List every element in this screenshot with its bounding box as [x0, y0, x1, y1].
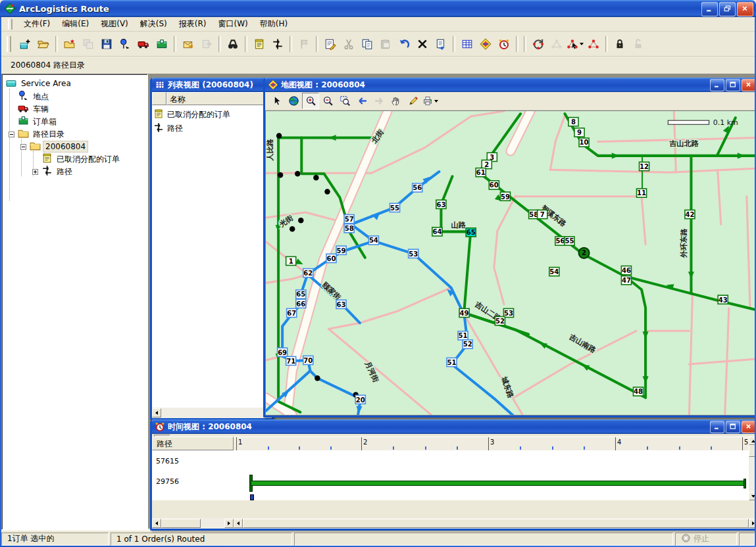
minimize-button[interactable] [701, 2, 718, 16]
tree-item-route-folder[interactable]: 路径目录 [2, 127, 147, 139]
map-stop-marker-51[interactable]: 51 [458, 331, 468, 340]
time-main-scrollbar[interactable] [234, 518, 756, 529]
close-button[interactable] [742, 421, 756, 433]
dropdown-caret-icon[interactable] [580, 43, 584, 45]
map-stop-marker-53[interactable]: 53 [503, 308, 513, 317]
toolbar-undo[interactable] [395, 35, 413, 53]
list-view-title-bar[interactable]: 列表视图 (20060804) [152, 78, 272, 92]
toolbar-locations[interactable] [116, 35, 134, 53]
toolbar-list-view[interactable] [458, 35, 476, 53]
map-stop-marker-52[interactable]: 52 [463, 340, 472, 348]
map-stop-marker-53[interactable]: 53 [409, 249, 418, 258]
toolbar-time-view[interactable] [495, 35, 513, 53]
map-stop-marker-64[interactable]: 64 [432, 227, 442, 236]
map-stop-marker-46[interactable]: 46 [621, 266, 631, 275]
toolbar-save[interactable] [97, 35, 116, 53]
map-view-window[interactable]: 地图视图 : 20060804 北街人比路光街吉山北路外环东路智溪东路山路颐家街… [263, 78, 756, 417]
time-ruler[interactable]: 12345 [234, 437, 756, 452]
restore-button[interactable] [719, 2, 736, 16]
maximize-button[interactable] [726, 421, 740, 433]
maximize-button[interactable] [726, 79, 740, 91]
map-stop-marker-63[interactable]: 63 [436, 200, 446, 208]
scroll-left-button[interactable] [152, 519, 161, 528]
minimize-button[interactable] [710, 79, 724, 91]
scroll-left-button[interactable] [234, 519, 243, 528]
toolbar-build-routes[interactable] [529, 35, 547, 53]
map-stop-marker-11[interactable]: 11 [637, 189, 647, 197]
time-view-title-bar[interactable]: 时间视图 : 20060804 [152, 419, 756, 434]
list-row-routes[interactable]: 路径 [153, 122, 183, 135]
toolbar-lock[interactable] [611, 35, 629, 53]
unassigned-stop-dot[interactable] [313, 175, 318, 181]
route-gantt-bar[interactable] [251, 481, 745, 486]
project-tree[interactable]: Service Area地点车辆订单箱路径目录20060804已取消分配的订单路… [1, 74, 148, 530]
toolbar-open[interactable] [34, 35, 53, 53]
tree-item-locations[interactable]: 地点 [2, 89, 147, 102]
map-tool-zoom-selected[interactable] [336, 93, 353, 109]
route-bar-end-cap[interactable] [743, 479, 746, 488]
menu-view[interactable]: 视图(V) [95, 16, 134, 32]
minimize-button[interactable] [710, 421, 724, 433]
map-stop-marker-47[interactable]: 47 [621, 276, 631, 285]
toolbar-find[interactable] [224, 35, 242, 53]
unassigned-stop-dot[interactable] [298, 218, 303, 224]
map-tool-draw[interactable] [405, 93, 422, 109]
menu-help[interactable]: 帮助(H) [254, 16, 293, 32]
unassigned-stop-dot[interactable] [315, 375, 320, 381]
map-tool-full-extent[interactable] [285, 93, 302, 109]
column-header-name[interactable]: 名称 [166, 92, 272, 105]
map-stop-marker-56[interactable]: 56 [555, 237, 565, 245]
map-view-title-bar[interactable]: 地图视图 : 20060804 [265, 78, 756, 92]
tree-item-service-area[interactable]: Service Area [2, 77, 147, 89]
list-row-label[interactable]: 已取消分配的订单 [167, 109, 230, 120]
close-button[interactable] [737, 2, 753, 16]
map-stop-marker-51[interactable]: 51 [447, 358, 457, 366]
map-stop-marker-62[interactable]: 62 [303, 269, 313, 277]
route-row-label[interactable]: 57615 [156, 457, 179, 465]
map-stop-marker-58[interactable]: 58 [344, 224, 354, 233]
tree-item-routes[interactable]: 路径 [2, 164, 147, 177]
toolbar-map-view[interactable] [476, 35, 495, 53]
map-canvas[interactable]: 北街人比路光街吉山北路外环东路智溪东路山路颐家街吉山二路月河街城东路吉山南路28… [265, 110, 756, 416]
map-stop-marker-70[interactable]: 70 [303, 356, 313, 364]
route-row-label[interactable]: 29756 [156, 477, 179, 486]
tree-item-vehicles[interactable]: 车辆 [2, 102, 147, 114]
toolbar-paste-special[interactable] [432, 35, 450, 53]
toolbar-order-box[interactable] [153, 35, 171, 53]
toolbar-orders[interactable] [250, 35, 268, 53]
menu-edit[interactable]: 编辑(E) [56, 16, 95, 32]
toolbar-import-orders[interactable] [179, 35, 197, 53]
horizontal-scroll-thumb[interactable] [243, 519, 749, 528]
tree-expander-minus[interactable] [20, 143, 26, 149]
tree-item-label[interactable]: 路径 [55, 166, 74, 178]
map-stop-marker-52[interactable]: 52 [495, 317, 505, 325]
map-tool-zoom-in[interactable] [302, 93, 319, 109]
column-header-blank[interactable] [152, 92, 166, 105]
tree-expander-plus[interactable] [32, 168, 38, 174]
map-stop-marker-60[interactable]: 60 [489, 181, 499, 189]
tree-item-unassigned-orders[interactable]: 已取消分配的订单 [2, 152, 147, 164]
map-stop-marker-69[interactable]: 69 [278, 348, 288, 356]
unassigned-stop-dot[interactable] [295, 171, 300, 177]
map-stop-marker-1[interactable]: 1 [286, 256, 296, 265]
gantt-rows[interactable]: 5761529756 [152, 450, 756, 500]
map-stop-marker-9[interactable]: 9 [574, 128, 584, 137]
scroll-right-button[interactable] [224, 519, 234, 528]
time-selection-tick[interactable] [250, 494, 254, 500]
time-view-window[interactable]: 时间视图 : 20060804 24 路径 12345 5761529756 [150, 419, 756, 531]
map-stop-marker-55[interactable]: 55 [565, 237, 574, 245]
map-tool-pan[interactable] [388, 93, 405, 109]
toolbar-properties[interactable] [321, 35, 340, 53]
unassigned-stop-dot[interactable] [278, 172, 283, 178]
map-stop-marker-48[interactable]: 48 [633, 387, 643, 396]
map-stop-marker-60[interactable]: 60 [326, 254, 336, 262]
map-stop-marker-20[interactable]: 20 [355, 395, 365, 404]
map-tool-zoom-out[interactable] [319, 93, 336, 109]
map-stop-marker-59[interactable]: 59 [336, 246, 346, 254]
map-stop-marker-56[interactable]: 56 [413, 183, 422, 192]
map-stop-marker-67[interactable]: 67 [287, 308, 297, 317]
dropdown-caret-icon[interactable] [434, 100, 438, 103]
list-row-unassigned-orders[interactable]: 已取消分配的订单 [153, 108, 230, 121]
tree-item-order-box[interactable]: 订单箱 [2, 114, 147, 127]
toolbar-vehicles[interactable] [134, 35, 153, 53]
